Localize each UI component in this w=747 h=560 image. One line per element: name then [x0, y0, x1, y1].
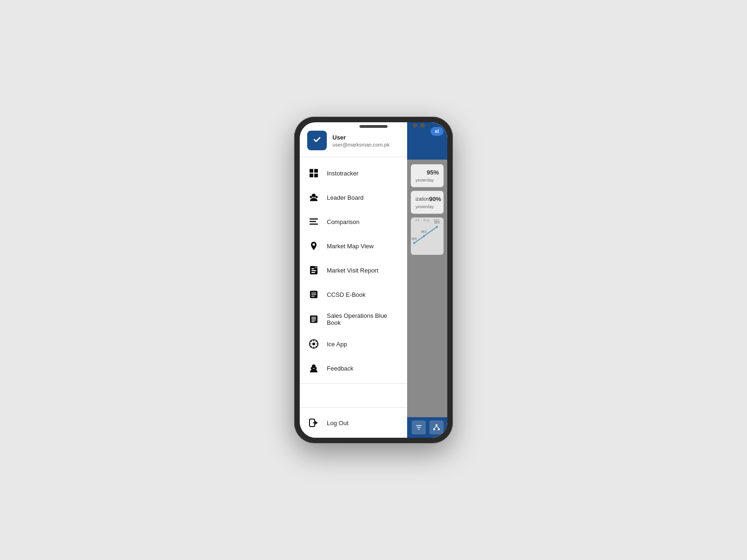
- phone-speaker: [359, 125, 388, 128]
- svg-rect-40: [416, 425, 422, 426]
- svg-point-6: [310, 196, 312, 198]
- drawer-menu: User user@marksman.com.pk: [300, 122, 407, 438]
- axis-label-jul: Jul: [415, 218, 419, 222]
- screen-content: User user@marksman.com.pk: [300, 122, 447, 438]
- svg-rect-42: [418, 429, 420, 430]
- svg-rect-13: [311, 268, 314, 269]
- phone-screen: User user@marksman.com.pk: [300, 122, 447, 438]
- svg-point-7: [316, 196, 318, 198]
- menu-item-leader-board[interactable]: Leader Board: [300, 185, 407, 210]
- svg-point-30: [311, 367, 313, 370]
- svg-rect-8: [310, 218, 318, 220]
- logout-section: Log Out: [300, 407, 407, 438]
- leader-board-label: Leader Board: [327, 194, 364, 201]
- camera-dot-2: [420, 123, 425, 128]
- app-background: el 95% yesterday iz: [407, 122, 447, 438]
- bg-stat1-percent: 95%: [427, 169, 439, 176]
- user-name: User: [332, 134, 389, 141]
- svg-rect-10: [310, 224, 318, 225]
- logout-label: Log Out: [327, 420, 348, 427]
- grid-icon: [307, 167, 320, 180]
- ice-app-label: Ice App: [327, 341, 347, 348]
- svg-rect-21: [313, 291, 314, 298]
- svg-line-46: [434, 426, 437, 428]
- menu-item-feedback[interactable]: Feedback: [300, 356, 407, 380]
- svg-rect-14: [311, 270, 316, 271]
- svg-point-28: [312, 343, 315, 345]
- svg-text:94.5: 94.5: [422, 230, 427, 233]
- menu-list: Instotracker Leader Board: [300, 157, 407, 407]
- phone-cameras: [413, 123, 425, 128]
- bg-stat-card-1: 95% yesterday: [411, 164, 444, 187]
- bg-top-bar: el: [407, 122, 447, 160]
- feedback-label: Feedback: [327, 365, 353, 372]
- svg-rect-3: [310, 174, 313, 177]
- phone-frame: User user@marksman.com.pk: [294, 117, 453, 443]
- bg-content: 95% yesterday ization 90% yesterday: [407, 160, 447, 263]
- report-icon: [307, 264, 320, 277]
- bg-bottom-nav: [407, 417, 447, 438]
- menu-item-market-visit-report[interactable]: Market Visit Report: [300, 258, 407, 282]
- instotracker-label: Instotracker: [327, 170, 359, 177]
- axis-label-aug: Aug: [423, 218, 429, 222]
- menu-item-instotracker[interactable]: Instotracker: [300, 161, 407, 185]
- avatar-icon: [311, 134, 323, 147]
- settings-circle-icon: [307, 337, 320, 350]
- feedback-person-icon: [307, 362, 320, 375]
- menu-item-logout[interactable]: Log Out: [300, 411, 407, 435]
- sales-operations-blue-book-label: Sales Operations Blue Book: [327, 312, 400, 326]
- svg-point-31: [315, 367, 317, 370]
- menu-item-comparison[interactable]: Comparison: [300, 210, 407, 234]
- svg-text:93.5: 93.5: [412, 237, 417, 240]
- camera-dot-1: [413, 123, 417, 128]
- menu-item-sales-operations-blue-book[interactable]: Sales Operations Blue Book: [300, 307, 407, 332]
- svg-rect-4: [314, 174, 318, 177]
- comparison-icon: [307, 215, 320, 228]
- bg-axis-labels: Jul Aug Sep: [411, 217, 444, 223]
- svg-rect-25: [311, 320, 316, 321]
- svg-rect-24: [311, 318, 316, 319]
- bg-chart: 93.5 94.5 95.4 Jul Aug Sep: [411, 217, 444, 255]
- svg-rect-22: [310, 315, 317, 323]
- market-visit-report-label: Market Visit Report: [327, 267, 378, 274]
- svg-rect-15: [311, 272, 315, 273]
- svg-rect-2: [314, 169, 318, 173]
- menu-item-ice-app[interactable]: Ice App: [300, 332, 407, 356]
- svg-rect-20: [311, 296, 315, 297]
- svg-point-34: [413, 242, 415, 245]
- svg-rect-41: [417, 427, 421, 428]
- svg-point-11: [313, 244, 315, 246]
- svg-line-47: [437, 426, 439, 428]
- svg-rect-0: [311, 134, 323, 145]
- comparison-label: Comparison: [327, 218, 359, 225]
- svg-point-36: [436, 226, 438, 228]
- ccsd-ebook-label: CCSD E-Book: [327, 291, 366, 298]
- menu-divider: [300, 383, 407, 384]
- bluebook-icon: [307, 313, 320, 326]
- bg-stat2-percent: 90%: [429, 196, 441, 203]
- market-map-view-label: Market Map View: [327, 243, 374, 250]
- logout-icon: [307, 416, 320, 429]
- bg-stat2-label: ization: [416, 196, 429, 202]
- svg-point-35: [423, 235, 425, 238]
- svg-point-5: [312, 194, 316, 197]
- svg-point-43: [436, 424, 437, 426]
- svg-rect-1: [310, 169, 313, 173]
- svg-rect-23: [311, 317, 316, 318]
- svg-rect-26: [311, 321, 315, 322]
- user-info: User user@marksman.com.pk: [332, 134, 389, 147]
- svg-rect-9: [310, 221, 316, 223]
- avatar: [307, 131, 327, 150]
- user-email: user@marksman.com.pk: [332, 142, 389, 147]
- book-icon: [307, 288, 320, 301]
- svg-point-45: [438, 428, 440, 430]
- menu-item-market-map-view[interactable]: Market Map View: [300, 234, 407, 258]
- svg-rect-16: [315, 266, 317, 268]
- location-icon: [307, 239, 320, 252]
- bg-nav-filter-icon: [412, 420, 426, 434]
- axis-label-sep: Sep: [434, 218, 439, 222]
- leaderboard-icon: [307, 191, 320, 204]
- bg-nav-network-icon: [430, 420, 444, 434]
- menu-item-ccsd-ebook[interactable]: CCSD E-Book: [300, 282, 407, 307]
- bg-stat1-sub: yesterday: [416, 178, 439, 182]
